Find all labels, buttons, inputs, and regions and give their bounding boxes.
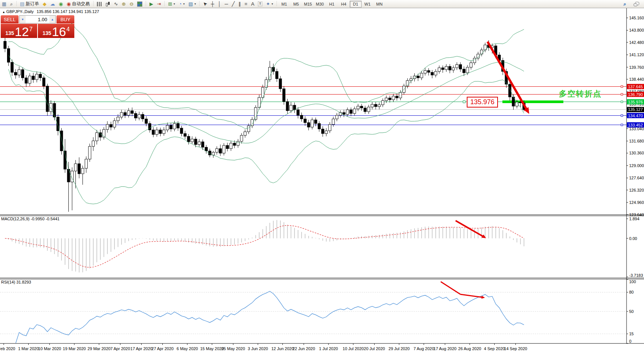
- new-order-button[interactable]: ▤新订单: [18, 0, 41, 8]
- line-chart-button[interactable]: ∿: [112, 0, 120, 8]
- macd-down-arrow[interactable]: [456, 221, 484, 237]
- price-tick-label: 130.360: [629, 151, 644, 155]
- window-icon: ▦: [2, 1, 6, 6]
- toolbar-button-label: 新订单: [26, 1, 39, 7]
- timeframe-mn-button[interactable]: MN: [373, 1, 385, 7]
- templates-button[interactable]: ▧▾: [187, 0, 198, 8]
- crosshair-button[interactable]: ┼: [209, 0, 216, 8]
- price-tick-label: 129.000: [629, 163, 644, 168]
- line-handle[interactable]: [621, 101, 623, 103]
- date-label: 7 Aug 2020: [414, 346, 434, 351]
- community-button[interactable]: ☁: [48, 0, 57, 8]
- volume-value[interactable]: 1.00: [26, 16, 49, 23]
- tile-windows-button[interactable]: [135, 0, 144, 8]
- date-label: 27 Apr 2020: [152, 346, 174, 351]
- chevron-down-icon: ▾: [272, 2, 273, 6]
- macd-tick-label: 0.00: [629, 236, 637, 241]
- line-handle[interactable]: [621, 115, 623, 116]
- date-label: 12 Jun 2020: [271, 346, 294, 351]
- date-label: 19 Mar 2020: [63, 346, 86, 351]
- volume-stepper: ▼ 1.00 ▲: [19, 15, 56, 23]
- one-click-trading-panel: SELL ▼ 1.00 ▲ BUY 135127 135164: [1, 15, 74, 38]
- price-tick-label: 127.640: [629, 176, 644, 180]
- timeframe-w1-button[interactable]: W1: [362, 1, 373, 7]
- line-handle[interactable]: [621, 124, 623, 126]
- macd-tick-label: -3.7183: [629, 273, 643, 278]
- shapes-icon: ✦: [266, 1, 270, 6]
- symbol-arrow-icon: ▲: [2, 10, 5, 14]
- rsi-tick-label: 15: [629, 332, 634, 336]
- volume-increase-button[interactable]: ▲: [49, 16, 55, 23]
- rsi-down-arrow[interactable]: [460, 294, 483, 297]
- timeframe-m1-button[interactable]: M1: [278, 1, 290, 7]
- sell-button[interactable]: SELL: [1, 15, 19, 23]
- rsi-trend-segment[interactable]: [441, 282, 460, 294]
- auto-scroll-button[interactable]: ▶: [148, 0, 155, 8]
- price-tag-label: 135.976: [628, 100, 643, 104]
- bollinger-upper-line: [9, 23, 524, 129]
- signals-button[interactable]: ◉: [57, 0, 65, 8]
- metaeditor-button[interactable]: ◆: [41, 0, 48, 8]
- main-toolbar: ▦⌕▤新订单◆☁◉◉自动交易∿⊕⊖▶⇥⊞▾◔▾▧▾➤┼│─╱∥≡AT✦▾M1M5…: [0, 0, 644, 8]
- periods-button[interactable]: ◔▾: [177, 0, 187, 8]
- price-tick-label: 126.320: [629, 188, 644, 192]
- autotrading-button[interactable]: ◉自动交易: [65, 0, 91, 8]
- price-tag-label: 137.645: [628, 84, 643, 89]
- toolbar-group-menus: ⊞▾◔▾▧▾: [166, 0, 198, 8]
- trendline-button[interactable]: ╱: [230, 0, 237, 8]
- zoom-in-button[interactable]: ⊕: [120, 0, 127, 8]
- zoom-out-button[interactable]: ⊖: [127, 0, 135, 8]
- shapes-button[interactable]: ✦▾: [264, 0, 275, 8]
- text-button[interactable]: A: [249, 0, 256, 8]
- ask-price-button[interactable]: 135164: [38, 24, 74, 38]
- date-label: 1 Mar 2020: [18, 346, 39, 351]
- candles-chart-button[interactable]: [104, 0, 112, 8]
- toolbar-group-chart-type: ∿⊕⊖: [95, 0, 145, 8]
- price-tag-label: 133.452: [628, 123, 643, 127]
- bars-chart-button[interactable]: [95, 0, 104, 8]
- toolbar-grip: [93, 1, 94, 7]
- timeframe-m15-button[interactable]: M15: [302, 1, 314, 7]
- timeframe-h1-button[interactable]: H1: [326, 1, 338, 7]
- price-tag-label: 135.127: [628, 107, 643, 112]
- timeframe-m5-button[interactable]: M5: [290, 1, 302, 7]
- volume-decrease-button[interactable]: ▼: [20, 16, 26, 23]
- timeframe-m30-button[interactable]: M30: [314, 1, 326, 7]
- line-handle[interactable]: [463, 101, 465, 103]
- price-tick-label: 139.760: [629, 65, 644, 70]
- text-label-button[interactable]: T: [256, 0, 264, 8]
- text-label-icon: T: [258, 1, 262, 6]
- line-handle[interactable]: [621, 86, 623, 87]
- ask-price-pip: 4: [67, 26, 70, 33]
- autotrading-icon: ◉: [67, 1, 71, 6]
- date-label: 22 Jun 2020: [292, 346, 315, 351]
- timeframe-d1-button[interactable]: D1: [350, 1, 362, 7]
- date-label: 7 Apr 2020: [110, 346, 130, 351]
- search-button[interactable]: ⌕: [622, 0, 628, 8]
- chart-title: ▲GBPJPY-,Daily135.856 136.147 134.941 13…: [2, 9, 99, 14]
- price-tick-label: 145.160: [629, 16, 644, 20]
- indicators-button[interactable]: ⊞▾: [166, 0, 177, 8]
- fibonacci-button[interactable]: ≡: [243, 0, 249, 8]
- tile-windows-icon: [137, 1, 142, 7]
- support-trend-bar[interactable]: [502, 100, 563, 103]
- chart-shift-button[interactable]: ⇥: [155, 0, 163, 8]
- cursor-button[interactable]: ➤: [201, 0, 209, 8]
- bid-price-main: 12: [15, 26, 29, 37]
- buy-button[interactable]: BUY: [56, 15, 74, 23]
- chart-preview-button[interactable]: ⌕: [8, 0, 14, 8]
- periods-icon: ◔: [179, 1, 182, 6]
- vline-button[interactable]: │: [216, 0, 223, 8]
- bid-price-button[interactable]: 135127: [1, 24, 37, 38]
- window-button[interactable]: ▦: [0, 0, 8, 8]
- channel-button[interactable]: ∥: [237, 0, 243, 8]
- date-label: 6 May 2020: [177, 346, 198, 351]
- turning-point-annotation[interactable]: 多空转折点: [559, 89, 602, 99]
- timeframe-h4-button[interactable]: H4: [338, 1, 350, 7]
- chat-button[interactable]: [632, 0, 641, 8]
- date-label: 3 Jun 2020: [248, 346, 268, 351]
- line-handle[interactable]: [621, 93, 623, 95]
- chart-canvas[interactable]: 145.160143.800142.480141.120139.760138.4…: [0, 0, 644, 352]
- price-callout-label[interactable]: 135.976: [467, 97, 498, 108]
- hline-button[interactable]: ─: [223, 0, 230, 8]
